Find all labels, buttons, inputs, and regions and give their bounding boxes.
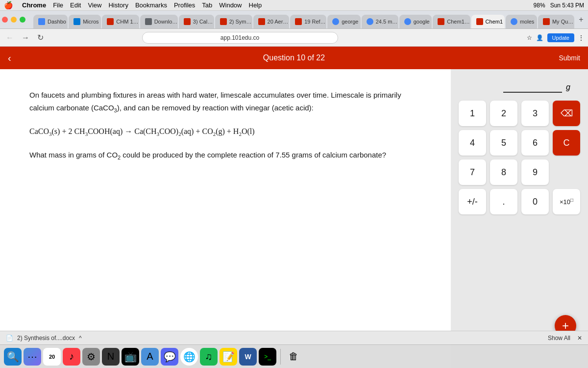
menu-tab[interactable]: Tab [202,1,212,9]
battery-status: 98% [534,2,545,9]
calc-btn-8[interactable]: 8 [490,159,517,185]
menu-history[interactable]: History [108,1,128,9]
tab-favicon [74,18,80,25]
tab-chem1[interactable]: Chem1… × [433,15,470,28]
expand-icon[interactable]: ^ [79,335,82,342]
discord-icon[interactable]: 💬 [161,348,178,366]
calc-btn-clear[interactable]: C [553,130,580,156]
menu-chrome[interactable]: Chrome [22,1,46,9]
menu-icon[interactable]: ⋮ [578,34,584,41]
settings-icon[interactable]: ⚙ [82,348,100,366]
tab-label: george [342,19,358,25]
datetime: Sun 5:43 PM [550,2,584,9]
tab-label: 20 Aer… [268,19,289,25]
menu-bookmarks[interactable]: Bookmarks [135,1,167,9]
calc-btn-3[interactable]: 3 [521,101,549,126]
tab-moles[interactable]: moles × [506,15,537,28]
close-downloads-bar-button[interactable]: ✕ [577,335,582,342]
menu-view[interactable]: View [88,1,101,9]
question-intro: On faucets and plumbing fixtures in area… [29,89,421,115]
question-header: ‹ Question 10 of 22 Submit [0,47,588,69]
tab-label: 3) Cal… [193,19,213,25]
calendar-icon[interactable]: 20 [43,348,61,366]
tab-ref[interactable]: 19 Ref… × [290,15,326,28]
tab-micros[interactable]: Micros × [69,15,101,28]
tab-label: My Qu… [552,19,573,25]
trash-icon[interactable]: 🗑 [285,348,302,366]
notes-icon[interactable]: 📝 [220,348,237,366]
word-icon[interactable]: W [239,348,257,366]
bookmark-icon[interactable]: ☆ [527,34,532,41]
tab-bar: Dashbo × Micros × CHM 1… × Downlo… × 3) … [0,11,588,29]
calc-btn-plusminus[interactable]: +/- [459,189,486,214]
submit-button[interactable]: Submit [559,54,580,62]
spotify-icon[interactable]: ♫ [200,348,218,366]
menu-file[interactable]: File [53,1,63,9]
calc-btn-7[interactable]: 7 [459,159,486,185]
tab-favicon [543,18,550,25]
back-button[interactable]: ← [4,32,16,43]
tab-favicon [38,18,45,25]
chrome-icon[interactable]: 🌐 [180,348,198,366]
tab-favicon [258,18,265,25]
tab-george[interactable]: george × [327,15,361,28]
address-bar: ← → ↻ app.101edu.co ☆ 👤 Update ⋮ [0,29,588,47]
tab-myqu[interactable]: My Qu… × [538,15,574,28]
calc-btn-backspace[interactable]: ⌫ [553,101,580,126]
calc-btn-9[interactable]: 9 [521,159,549,185]
tab-sym[interactable]: 2) Sym… × [215,15,252,28]
answer-display: g [459,79,580,93]
launchpad-icon[interactable]: ⋯ [24,348,41,366]
calc-btn-x10[interactable]: ×10□ [553,189,580,214]
tab-245m[interactable]: 24.5 m… × [362,15,398,28]
calc-btn-empty [553,159,580,185]
address-input[interactable]: app.101edu.co [142,32,338,44]
tab-label: Chem1… [447,19,469,25]
tab-favicon [107,18,114,25]
tab-chm1[interactable]: CHM 1… × [102,15,139,28]
tab-favicon [184,18,191,25]
calc-btn-5[interactable]: 5 [490,130,517,156]
new-tab-button[interactable]: + [574,13,588,26]
tab-cals[interactable]: 3) Cal… × [179,15,214,28]
tab-google[interactable]: google × [399,15,432,28]
calc-btn-6[interactable]: 6 [521,130,549,156]
calc-btn-decimal[interactable]: . [490,189,517,214]
tab-favicon [511,18,517,25]
calc-btn-0[interactable]: 0 [521,189,549,214]
calc-btn-4[interactable]: 4 [459,130,486,156]
music-icon[interactable]: ♪ [63,348,80,366]
reload-button[interactable]: ↻ [35,32,46,43]
menu-window[interactable]: Window [219,1,242,9]
menu-help[interactable]: Help [249,1,262,9]
menu-profiles[interactable]: Profiles [174,1,195,9]
forward-button[interactable]: → [20,32,31,43]
address-right: ☆ 👤 Update ⋮ [527,33,584,42]
files-icon[interactable]: A [141,348,159,366]
tab-chem101-active[interactable]: Chem1 × [471,15,505,28]
finder-icon[interactable]: 🔍 [4,348,22,366]
tab-aer[interactable]: 20 Aer… × [253,15,290,28]
menu-bar: 🍎 Chrome File Edit View History Bookmark… [0,0,588,11]
minimize-window-button[interactable] [11,17,17,23]
account-icon[interactable]: 👤 [536,34,543,41]
nuage-icon[interactable]: N [102,348,120,366]
maximize-window-button[interactable] [20,17,25,23]
tab-dashbo[interactable]: Dashbo × [33,15,68,28]
show-all-button[interactable]: Show All [548,335,570,342]
terminal-icon[interactable]: >_ [259,348,276,366]
close-window-button[interactable] [2,17,8,23]
tv-icon[interactable]: 📺 [122,348,139,366]
tab-label: 24.5 m… [376,19,398,25]
chemical-equation: CaCO3(s) + 2 CH3COOH(aq) → Ca(CH3COO)2(a… [29,125,421,139]
apple-menu[interactable]: 🍎 [4,1,13,10]
menu-edit[interactable]: Edit [70,1,81,9]
tab-label: google [414,19,430,25]
update-button[interactable]: Update [547,33,574,42]
tab-downlo[interactable]: Downlo… × [140,15,178,28]
back-question-button[interactable]: ‹ [8,53,11,64]
tab-favicon [404,18,411,25]
calc-btn-1[interactable]: 1 [459,101,486,126]
tab-label: Downlo… [154,19,178,25]
calc-btn-2[interactable]: 2 [490,101,517,126]
